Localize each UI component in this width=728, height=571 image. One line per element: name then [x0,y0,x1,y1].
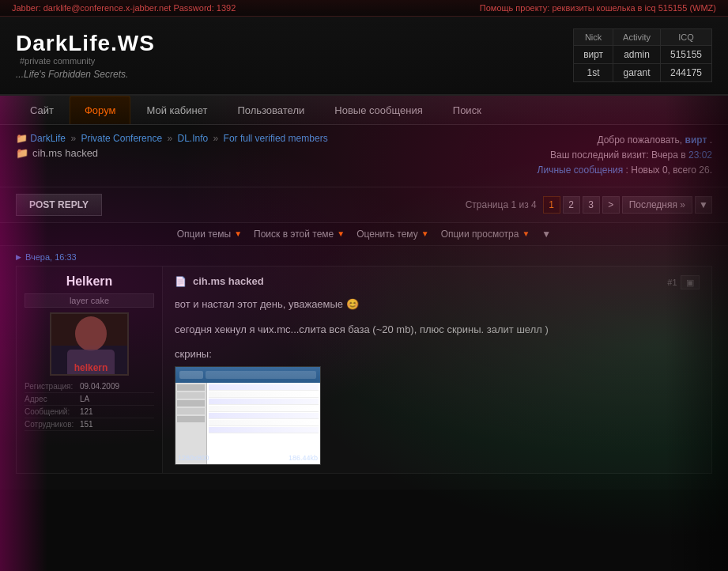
post-user-sidebar: Helkern layer cake helkern [17,267,163,474]
option-topic[interactable]: Опции темы ▼ [177,229,242,240]
logo-subtitle: #private community [20,56,155,66]
post-user-meta: Регистрация: 09.04.2009 Адрес LA Сообщен… [25,380,154,431]
post-number: #1 [667,278,677,287]
dropdown-arrow-icon[interactable]: ▼ [695,196,712,214]
reg-label: Регистрация: [25,382,80,391]
logo-name: DarkLife.WS [16,31,155,55]
row2-nick: 1st [574,64,613,82]
dropdown-arrow-rate: ▼ [421,229,429,238]
col-icq: ICQ [660,29,711,46]
screenshot-size: 186.44kb [289,454,318,462]
page-1-button[interactable]: 1 [543,196,560,214]
pm-info: Личные сообщения : Новых 0, всего 26. [538,163,712,178]
post-user-role: layer cake [25,293,154,308]
posts-count: 121 [80,407,93,416]
screenshot-content-area [175,383,320,464]
breadcrumb-path: 📁 DarkLife » Private Conference » DL.Inf… [16,133,328,144]
posts-label: Сообщений: [25,407,80,416]
post-number-area: #1 ▣ [667,274,700,289]
option-rate[interactable]: Оценить тему ▼ [356,229,428,240]
breadcrumb-left: 📁 DarkLife » Private Conference » DL.Inf… [16,133,328,159]
reg-date: 09.04.2009 [80,382,119,391]
last-visit-info: Ваш последний визит: Вчера в 23:02 [538,148,712,163]
avatar-image: helkern [51,314,127,374]
coop-label: Сотрудников: [25,420,80,429]
screenshot-toolbar [175,367,320,383]
pm-link[interactable]: Личные сообщения [538,164,624,176]
post-header-row: 📄 cih.ms hacked #1 ▣ [175,274,700,289]
option-view[interactable]: Опции просмотра ▼ [441,229,530,240]
coop-count: 151 [80,420,93,429]
row1-nick: вирт [574,46,613,64]
current-username: вирт [685,134,707,146]
nav-item-site[interactable]: Сайт [16,96,68,124]
option-search[interactable]: Поиск в этой теме ▼ [254,229,345,240]
header-info-table: Nick Activity ICQ вирт admin 515155 1st … [573,28,712,82]
reg-row: Регистрация: 09.04.2009 [25,380,154,393]
screenshot-inner [175,367,320,464]
row2-icq: 244175 [660,64,711,82]
row2-activity: garant [613,64,661,82]
post-title: 📄 cih.ms hacked [175,275,264,287]
header: DarkLife.WS #private community ...Life's… [0,17,728,96]
screenshot-dims: 1280x800 [178,454,209,462]
post-icon: 📄 [175,276,187,287]
row1-icq: 515155 [660,46,711,64]
current-folder-icon: 📁 [16,147,28,159]
svg-point-2 [75,316,107,351]
user-avatar: helkern [50,312,129,376]
svg-text:helkern: helkern [74,362,108,373]
welcome-text: Добро пожаловать, вирт . [538,133,712,148]
page-3-button[interactable]: 3 [583,196,600,214]
current-topic-title: cih.ms hacked [32,147,98,159]
next-page-button[interactable]: > [602,196,620,214]
last-visit-time: 23:02 [688,149,712,161]
breadcrumb-bar: 📁 DarkLife » Private Conference » DL.Inf… [0,125,728,187]
addr-value: LA [80,395,89,403]
breadcrumb-link-conference[interactable]: Private Conference [81,133,162,144]
nav-item-search[interactable]: Поиск [439,96,496,124]
post-timestamp: Вчера, 16:33 [16,246,712,266]
breadcrumb-link-verified[interactable]: For full verified members [224,133,328,144]
screenshot-label: скрины: [175,348,700,360]
user-info-panel: Добро пожаловать, вирт . Ваш последний в… [538,133,712,179]
help-text: Помощь проекту: реквизиты кошелька в icq… [480,3,716,13]
option-topic-label: Опции темы [177,229,231,240]
option-extra-arrow[interactable]: ▼ [541,229,551,240]
breadcrumb-current: 📁 cih.ms hacked [16,147,328,159]
page-2-button[interactable]: 2 [563,196,580,214]
screenshot-sidebar [175,383,207,464]
folder-icon: 📁 [16,133,28,144]
dropdown-arrow-topic: ▼ [234,229,242,238]
addr-row: Адрес LA [25,393,154,406]
nav-bar: Сайт Форум Мой кабинет Пользователи Новы… [0,96,728,125]
option-rate-label: Оценить тему [356,229,418,240]
post-content: 📄 cih.ms hacked #1 ▣ вот и настал этот д… [163,267,711,474]
dropdown-arrow-view: ▼ [522,229,530,238]
pm-count: Новых 0, всего 26. [631,164,712,176]
post-num-badge: ▣ [681,275,700,289]
nav-item-cabinet[interactable]: Мой кабинет [132,96,221,124]
nav-item-newmsg[interactable]: Новые сообщения [320,96,437,124]
post-text-line2: сегодня хекнул я чих.mc...слита вся база… [175,322,700,338]
post-text-line1: вот и настал этот день, уважаемые 😊 [175,297,700,313]
nav-item-users[interactable]: Пользователи [223,96,319,124]
post-reply-button[interactable]: POST REPLY [16,194,102,216]
option-search-label: Поиск в этой теме [254,229,334,240]
last-page-button[interactable]: Последняя » [622,196,692,214]
row1-activity: admin [613,46,661,64]
screenshot-thumbnail[interactable]: 1280x800 186.44kb [175,366,321,465]
post-area: Вчера, 16:33 Helkern layer cake helkern [0,246,728,490]
page-info: Страница 1 из 4 [466,199,537,210]
breadcrumb-link-dlinfo[interactable]: DL.Info [178,133,209,144]
nav-item-forum[interactable]: Форум [70,96,131,124]
screenshot-main [207,383,320,464]
post-container: Helkern layer cake helkern [16,266,712,475]
col-activity: Activity [613,29,661,46]
options-bar: Опции темы ▼ Поиск в этой теме ▼ Оценить… [0,223,728,246]
posts-row: Сообщений: 121 [25,406,154,418]
post-title-text: cih.ms hacked [193,275,264,287]
coop-row: Сотрудников: 151 [25,418,154,431]
breadcrumb-link-darklife[interactable]: DarkLife [30,133,66,144]
logo-area: DarkLife.WS #private community ...Life's… [16,31,155,80]
